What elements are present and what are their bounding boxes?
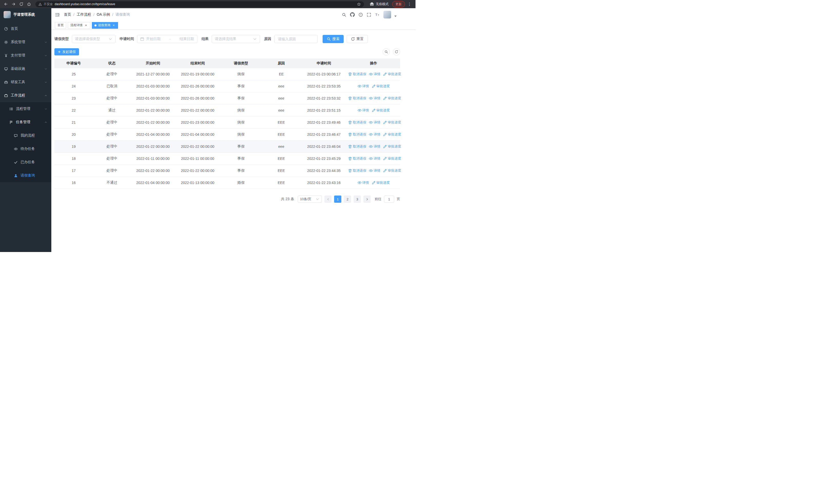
reason-input[interactable]	[278, 37, 314, 41]
help-icon[interactable]: ?	[359, 12, 363, 17]
action-delete-link[interactable]: 取消请假	[348, 168, 366, 173]
search-button[interactable]: 搜索	[323, 35, 344, 43]
action-delete-link[interactable]: 取消请假	[348, 156, 366, 161]
security-label[interactable]: 不安全	[44, 2, 53, 6]
action-edit-link[interactable]: 审批进度	[383, 120, 401, 125]
breadcrumb-item[interactable]: 工作流程	[77, 12, 91, 17]
sidebar-item[interactable]: 工作流程	[0, 89, 51, 102]
user-avatar[interactable]	[383, 11, 391, 19]
tab-close-icon[interactable]: ×	[112, 24, 115, 27]
action-view-link[interactable]: 详情	[369, 120, 380, 125]
sidebar-item[interactable]: 支付管理	[0, 49, 51, 62]
sidebar-item-label: 请假查询	[21, 173, 35, 178]
cell-id: 19	[54, 145, 93, 149]
tab[interactable]: 请假查询×	[92, 22, 118, 29]
sidebar-item[interactable]: 我的流程	[0, 129, 51, 142]
goto-page-input[interactable]	[384, 196, 394, 203]
action-view-link[interactable]: 详情	[369, 168, 380, 173]
reset-button[interactable]: 重置	[347, 35, 368, 43]
apply-time-range-picker[interactable]: 开始日期 - 结束日期	[137, 35, 197, 43]
cell-end-time: 2022-01-11 00:00:00	[175, 156, 220, 161]
browser-back-button[interactable]	[3, 1, 9, 7]
leave-type-filter: 请假类型 请选择请假类型	[54, 35, 115, 43]
prev-page-button[interactable]	[324, 196, 332, 203]
browser-reload-button[interactable]	[18, 1, 25, 7]
page-button-3[interactable]: 3	[354, 196, 361, 203]
toggle-search-button[interactable]	[383, 48, 390, 55]
action-delete-link[interactable]: 取消请假	[348, 72, 366, 77]
action-delete-link[interactable]: 取消请假	[348, 120, 366, 125]
action-edit-link[interactable]: 审批进度	[383, 144, 401, 149]
action-edit-link[interactable]: 审批进度	[372, 180, 390, 185]
page-button-1[interactable]: 1	[334, 196, 341, 203]
sidebar-item[interactable]: 系统管理	[0, 35, 51, 49]
action-view-link[interactable]: 详情	[369, 156, 380, 161]
reason-input-wrapper	[274, 35, 317, 43]
fullscreen-icon[interactable]	[367, 12, 371, 17]
action-delete-link[interactable]: 取消请假	[348, 132, 366, 137]
action-view-link[interactable]: 详情	[357, 180, 369, 185]
sidebar-item[interactable]: 待办任务	[0, 142, 51, 155]
action-delete-link[interactable]: 取消请假	[348, 144, 366, 149]
action-edit-link[interactable]: 审批进度	[383, 96, 401, 100]
cell-end-time: 2022-01-22 00:00:00	[175, 108, 220, 112]
sidebar-menu: 首页系统管理支付管理基础设施研发工具工作流程流程管理任务管理我的流程待办任务已办…	[0, 21, 51, 182]
action-edit-link[interactable]: 审批进度	[372, 84, 390, 89]
github-icon[interactable]	[350, 12, 355, 17]
action-edit-link[interactable]: 审批进度	[372, 108, 390, 113]
caret-down-icon[interactable]	[394, 14, 398, 18]
action-view-link[interactable]: 详情	[369, 132, 380, 137]
breadcrumb-item[interactable]: OA 示例	[97, 12, 110, 17]
update-button[interactable]: 更新	[392, 1, 405, 7]
tab[interactable]: 首页	[55, 22, 66, 29]
page-button-2[interactable]: 2	[344, 196, 351, 203]
action-edit-link[interactable]: 审批进度	[383, 132, 401, 137]
sidebar-item[interactable]: 研发工具	[0, 76, 51, 89]
header-search-icon[interactable]	[342, 12, 346, 17]
app-logo[interactable]: 芋道管理系统	[0, 8, 51, 21]
action-view-link[interactable]: 详情	[357, 108, 369, 113]
sidebar-item-label: 系统管理	[11, 40, 25, 45]
action-view-link[interactable]: 详情	[369, 72, 380, 77]
cell-reason: eee	[262, 108, 301, 112]
create-leave-button[interactable]: 发起请假	[54, 48, 79, 55]
action-edit-link[interactable]: 审批进度	[383, 72, 401, 77]
sidebar-item[interactable]: 基础设施	[0, 62, 51, 76]
browser-forward-button[interactable]	[10, 1, 17, 7]
sidebar-item[interactable]: 首页	[0, 22, 51, 35]
next-page-button[interactable]	[364, 196, 371, 203]
result-select[interactable]: 请选择流结果	[212, 35, 260, 43]
font-size-icon[interactable]: TT	[375, 12, 379, 17]
tab[interactable]: 流程详情×	[68, 22, 90, 29]
eye-icon	[14, 147, 18, 151]
browser-home-button[interactable]	[26, 1, 32, 7]
cell-start-time: 2022-01-04 00:00:00	[131, 181, 175, 185]
action-edit-link[interactable]: 审批进度	[383, 168, 401, 173]
sidebar-item[interactable]: 任务管理	[0, 116, 51, 129]
action-edit-link[interactable]: 审批进度	[383, 156, 401, 161]
bookmark-star-icon[interactable]	[357, 2, 361, 6]
address-bar[interactable]: 不安全 dashboard.yudao.iocoder.cn/bpm/oa/le…	[35, 1, 364, 7]
back-icon	[4, 2, 8, 6]
row-actions: 取消请假详情审批进度	[347, 72, 402, 77]
action-view-link[interactable]: 详情	[369, 96, 380, 100]
action-view-link[interactable]: 详情	[369, 144, 380, 149]
leave-type-select[interactable]: 请选择请假类型	[72, 35, 115, 43]
navbar-actions: ? TT	[342, 11, 398, 19]
action-label: 审批进度	[388, 144, 401, 149]
cell-leave-type: 事假	[220, 156, 262, 161]
refresh-table-button[interactable]	[393, 48, 400, 55]
url-text[interactable]: dashboard.yudao.iocoder.cn/bpm/oa/leave	[55, 2, 115, 6]
action-view-link[interactable]: 详情	[357, 84, 369, 89]
sidebar-toggle-icon[interactable]	[55, 12, 60, 17]
tab-close-icon[interactable]: ×	[84, 24, 88, 27]
sidebar-item[interactable]: 已办任务	[0, 155, 51, 169]
browser-menu-icon[interactable]: ⋮	[406, 2, 413, 6]
page-size-select[interactable]: 10条/页	[298, 196, 322, 203]
sidebar-item[interactable]: 请假查询	[0, 169, 51, 182]
cell-status: 已取消	[93, 84, 131, 89]
sidebar-item[interactable]: 流程管理	[0, 102, 51, 116]
view-icon	[357, 108, 362, 112]
breadcrumb-item[interactable]: 首页	[64, 12, 71, 17]
action-delete-link[interactable]: 取消请假	[348, 96, 366, 100]
